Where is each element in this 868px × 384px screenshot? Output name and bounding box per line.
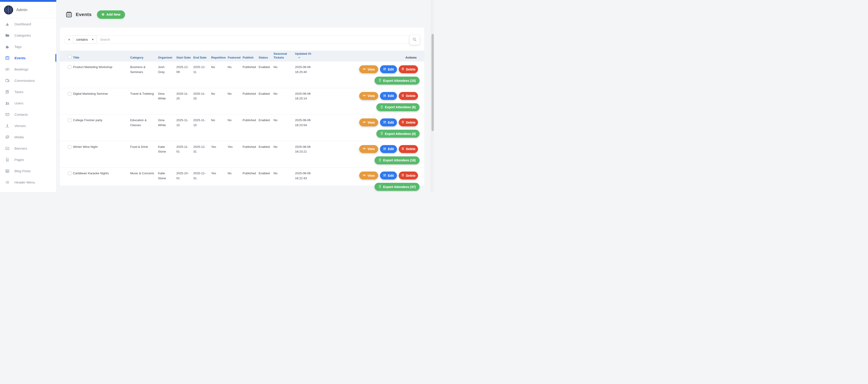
sidebar-item-bookings[interactable]: Bookings bbox=[0, 64, 56, 75]
sidebar-item-blog-posts[interactable]: Blog Posts bbox=[0, 165, 56, 177]
event-organiser: Gina White bbox=[158, 118, 176, 127]
sidebar-item-label: Bookings bbox=[14, 67, 29, 71]
export-attendees-button[interactable]: Export Attendees (0) bbox=[376, 130, 420, 138]
row-actions: View Edit Delete Export Attendees (10) bbox=[316, 65, 418, 85]
event-start-date: 2025-11-15 bbox=[176, 118, 193, 127]
delete-button[interactable]: Delete bbox=[399, 65, 418, 73]
row-checkbox[interactable] bbox=[68, 92, 71, 96]
pages-icon bbox=[5, 157, 10, 162]
sidebar-item-users[interactable]: Users bbox=[0, 97, 56, 109]
column-header-title[interactable]: Title bbox=[73, 56, 130, 60]
pencil-square-icon bbox=[383, 121, 386, 124]
event-repetitive: No bbox=[211, 118, 228, 123]
taxes-icon bbox=[5, 90, 10, 94]
delete-button[interactable]: Delete bbox=[399, 145, 418, 153]
sidebar-item-label: Footer Menu bbox=[14, 192, 34, 192]
export-attendees-button[interactable]: Export Attendees (37) bbox=[375, 183, 420, 191]
event-start-date: 2025-11-01 bbox=[176, 145, 193, 154]
view-button[interactable]: View bbox=[359, 65, 378, 73]
sidebar-item-footer-menu[interactable]: Footer Menu bbox=[0, 188, 56, 192]
search-input[interactable] bbox=[96, 38, 419, 41]
sidebar-item-tags[interactable]: Tags bbox=[0, 41, 56, 52]
edit-button[interactable]: Edit bbox=[380, 119, 397, 126]
column-header-upd[interactable]: Updated At bbox=[295, 52, 316, 60]
events-table: TitleCategoryOrganiserStart DateEnd Date… bbox=[60, 51, 424, 192]
view-button[interactable]: View bbox=[359, 145, 378, 153]
row-checkbox[interactable] bbox=[68, 119, 71, 122]
column-header-feat[interactable]: Featured bbox=[228, 56, 243, 60]
page-scrollbar[interactable] bbox=[431, 0, 434, 192]
sidebar-item-dashboard[interactable]: Dashboard bbox=[0, 18, 56, 30]
column-header-pub[interactable]: Publish bbox=[243, 56, 258, 60]
footer-menu-icon bbox=[5, 191, 10, 192]
event-publish: Published bbox=[243, 118, 258, 123]
export-attendees-button[interactable]: Export Attendees (18) bbox=[375, 156, 420, 164]
content-card: ▼ contains ▼ TitleCategoryOrganiserStart… bbox=[60, 28, 424, 186]
sidebar-item-banners[interactable]: Banners bbox=[0, 142, 56, 154]
delete-button[interactable]: Delete bbox=[399, 119, 418, 126]
column-header-seas[interactable]: Seasonal Tickets bbox=[274, 52, 295, 60]
edit-button[interactable]: Edit bbox=[380, 65, 397, 73]
sidebar-item-commissions[interactable]: Commissions bbox=[0, 75, 56, 86]
row-actions: View Edit Delete Export Attendees (18) bbox=[316, 145, 418, 164]
sidebar-item-header-menu[interactable]: Header Menu bbox=[0, 177, 56, 188]
table-row: Caribbean Karaoke Nights Music & Concert… bbox=[60, 168, 424, 192]
sidebar-item-taxes[interactable]: Taxes bbox=[0, 86, 56, 97]
filter-toggle-caret-icon[interactable]: ▼ bbox=[65, 38, 73, 41]
event-featured: No bbox=[228, 65, 243, 70]
tags-icon bbox=[5, 44, 10, 49]
scrollbar-thumb[interactable] bbox=[432, 34, 434, 131]
view-button[interactable]: View bbox=[359, 119, 378, 126]
sidebar-item-pages[interactable]: Pages bbox=[0, 154, 56, 165]
sidebar-item-events[interactable]: Events bbox=[0, 52, 56, 64]
sidebar-item-categories[interactable]: Categories bbox=[0, 30, 56, 41]
event-featured: No bbox=[228, 171, 243, 176]
admin-app: Admin DashboardCategoriesTagsEventsBooki… bbox=[0, 0, 434, 192]
bookings-icon bbox=[5, 67, 10, 72]
eye-icon bbox=[363, 67, 366, 71]
calendar-icon bbox=[66, 11, 72, 18]
event-status: Enabled bbox=[258, 171, 274, 176]
sidebar-item-media[interactable]: Media bbox=[0, 131, 56, 142]
row-checkbox[interactable] bbox=[68, 171, 71, 175]
users-icon bbox=[5, 101, 10, 105]
column-header-cat[interactable]: Category bbox=[130, 56, 158, 60]
scroll-icon bbox=[380, 132, 383, 136]
sidebar-item-venues[interactable]: Venues bbox=[0, 120, 56, 131]
column-header-end[interactable]: End Date bbox=[193, 56, 211, 60]
event-category: Travel & Trekking bbox=[130, 91, 158, 96]
sidebar-item-contacts[interactable]: Contacts bbox=[0, 109, 56, 120]
search-button[interactable] bbox=[410, 35, 420, 45]
pencil-square-icon bbox=[383, 173, 386, 178]
export-attendees-button[interactable]: Export Attendees (6) bbox=[376, 103, 420, 111]
view-button[interactable]: View bbox=[359, 92, 378, 100]
column-header-org[interactable]: Organiser bbox=[158, 56, 176, 60]
sort-caret-icon[interactable] bbox=[298, 56, 301, 60]
view-button[interactable]: View bbox=[359, 171, 378, 180]
event-status: Enabled bbox=[258, 91, 274, 96]
event-repetitive: No bbox=[211, 65, 228, 70]
event-status: Enabled bbox=[258, 118, 274, 123]
delete-button[interactable]: Delete bbox=[399, 171, 418, 180]
add-new-button[interactable]: ⊕ Add New bbox=[97, 10, 125, 19]
row-actions: View Edit Delete Export Attendees (6) bbox=[316, 91, 418, 111]
filter-operator-select[interactable]: contains ▼ bbox=[73, 35, 96, 43]
plus-circle-icon: ⊕ bbox=[101, 13, 104, 16]
row-checkbox[interactable] bbox=[68, 65, 71, 69]
export-attendees-button[interactable]: Export Attendees (10) bbox=[375, 76, 420, 85]
avatar[interactable] bbox=[4, 5, 13, 14]
delete-button[interactable]: Delete bbox=[399, 92, 418, 100]
sidebar-item-label: Header Menu bbox=[14, 180, 35, 184]
select-all-checkbox[interactable] bbox=[68, 55, 71, 59]
event-updated-at: 2025-06-06 16:23:54 bbox=[295, 118, 316, 127]
column-header-start[interactable]: Start Date bbox=[176, 56, 193, 60]
profile-block: Admin bbox=[0, 2, 56, 18]
column-header-status[interactable]: Status bbox=[258, 56, 274, 60]
column-header-rep[interactable]: Repetitive bbox=[211, 56, 228, 60]
edit-button[interactable]: Edit bbox=[380, 92, 397, 100]
edit-button[interactable]: Edit bbox=[380, 145, 397, 153]
row-checkbox[interactable] bbox=[68, 145, 71, 149]
main-content: Events ⊕ Add New ▼ contains ▼ bbox=[57, 0, 434, 192]
edit-button[interactable]: Edit bbox=[380, 171, 397, 180]
event-status: Enabled bbox=[258, 65, 274, 70]
